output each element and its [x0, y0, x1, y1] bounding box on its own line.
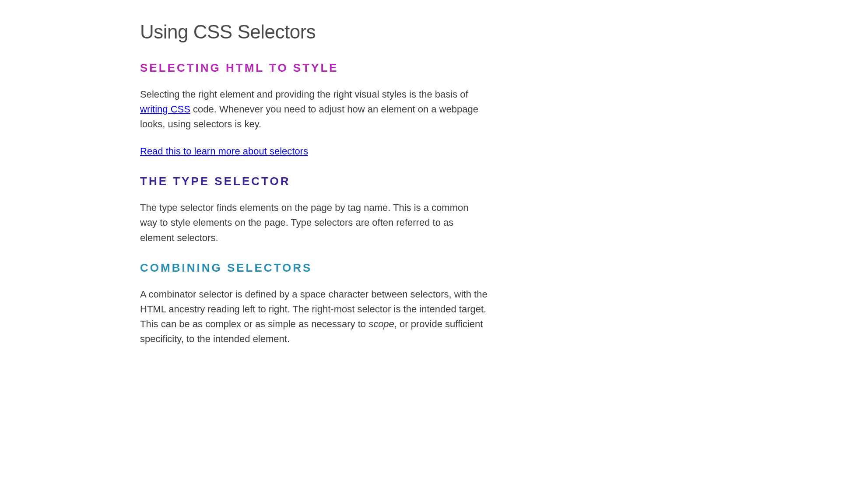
- section-paragraph: A combinator selector is defined by a sp…: [140, 287, 488, 346]
- section-paragraph: Selecting the right element and providin…: [140, 87, 488, 132]
- section-combining-selectors: COMBINING SELECTORS A combinator selecto…: [140, 261, 488, 346]
- section-heading: SELECTING HTML TO STYLE: [140, 61, 488, 75]
- section-type-selector: THE TYPE SELECTOR The type selector find…: [140, 175, 488, 245]
- paragraph-text-pre: Selecting the right element and providin…: [140, 89, 468, 100]
- section-heading: COMBINING SELECTORS: [140, 261, 488, 275]
- learn-more-selectors-link[interactable]: Read this to learn more about selectors: [140, 146, 308, 157]
- page-title: Using CSS Selectors: [140, 21, 488, 43]
- section-heading: THE TYPE SELECTOR: [140, 175, 488, 188]
- section-paragraph: The type selector finds elements on the …: [140, 200, 488, 245]
- writing-css-link[interactable]: writing CSS: [140, 104, 190, 115]
- emphasized-text: scope: [368, 318, 394, 329]
- document-container: Using CSS Selectors SELECTING HTML TO ST…: [140, 21, 488, 346]
- section-selecting-html: SELECTING HTML TO STYLE Selecting the ri…: [140, 61, 488, 159]
- paragraph-text-post: code. Whenever you need to adjust how an…: [140, 104, 478, 130]
- standalone-link-paragraph: Read this to learn more about selectors: [140, 144, 488, 159]
